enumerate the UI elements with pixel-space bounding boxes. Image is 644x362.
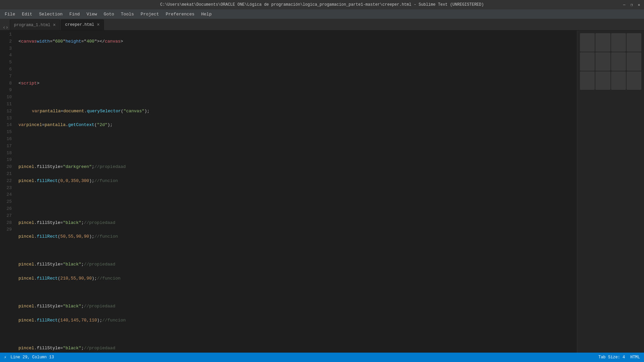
code-line-2 — [18, 52, 577, 59]
mini-block-12 — [627, 71, 641, 90]
menu-goto[interactable]: Goto — [100, 10, 117, 18]
code-line-1: <canvas width="600" height="400"></canva… — [18, 38, 577, 45]
status-left: ⚡ Line 29, Column 13 — [4, 355, 54, 360]
code-line-9 — [18, 150, 577, 157]
mini-block-6 — [595, 52, 610, 71]
code-line-17: pincel.fillStyle = "black"; //propiedaad — [18, 261, 577, 268]
maximize-button[interactable]: ❐ — [629, 2, 634, 7]
tab-creeper-label: creeper.html — [65, 22, 94, 27]
minimize-button[interactable]: — — [622, 2, 627, 7]
window-controls[interactable]: — ❐ ✕ — [622, 2, 641, 7]
close-button[interactable]: ✕ — [637, 2, 641, 7]
mini-block-1 — [580, 33, 595, 52]
code-line-23: pincel.fillStyle = "black"; //propiedaad — [18, 345, 577, 352]
mini-block-3 — [611, 33, 626, 52]
code-line-5 — [18, 94, 577, 101]
main-layout: 12345 678910 1112131415 1617181920 21222… — [0, 31, 644, 353]
tab-creeper[interactable]: creeper.html × — [61, 19, 104, 30]
title-text: C:\Users\mekat\Documents\ORACLE ONE\Lógi… — [3, 2, 641, 7]
status-right: Tab Size: 4 HTML — [598, 355, 640, 360]
menu-preferences[interactable]: Preferences — [162, 10, 198, 18]
menu-help[interactable]: Help — [198, 10, 215, 18]
editor[interactable]: 12345 678910 1112131415 1617181920 21222… — [0, 31, 577, 353]
menu-edit[interactable]: Edit — [18, 10, 36, 18]
menu-project[interactable]: Project — [137, 10, 162, 18]
mini-block-7 — [611, 52, 626, 71]
status-tab-size[interactable]: Tab Size: 4 — [598, 355, 625, 360]
menu-bar: File Edit Selection Find View Goto Tools… — [0, 9, 644, 19]
code-line-10: pincel.fillStyle = "darkgreen"; //propie… — [18, 164, 577, 171]
menu-find[interactable]: Find — [66, 10, 83, 18]
code-line-20: pincel.fillStyle = "black"; //propiedaad — [18, 303, 577, 310]
status-position: Line 29, Column 13 — [10, 355, 54, 360]
code-line-18: pincel.fillRect(210,55,90,90); //funcion — [18, 275, 577, 282]
code-line-21: pincel.fillRect(140,145,70,110); //funci… — [18, 317, 577, 324]
nav-arrows[interactable]: ‹ › — [1, 25, 10, 30]
menu-file[interactable]: File — [1, 10, 18, 18]
mini-block-8 — [627, 52, 641, 71]
mini-block-10 — [595, 71, 610, 90]
code-line-7: var pincel = pantalla.getContext("2d"); — [18, 122, 577, 129]
status-language[interactable]: HTML — [630, 355, 640, 360]
tab-programa-close[interactable]: × — [53, 23, 56, 27]
tab-programa-label: programa_1.html — [14, 23, 50, 27]
code-line-15: pincel.fillRect(50,55,90,90); //funcion — [18, 233, 577, 240]
mini-block-2 — [595, 33, 610, 52]
menu-selection[interactable]: Selection — [36, 10, 66, 18]
code-line-11: pincel.fillRect(0,0,350,300); //funcion — [18, 178, 577, 185]
mini-block-4 — [627, 33, 641, 52]
code-line-14: pincel.fillStyle = "black"; //propiedaad — [18, 220, 577, 227]
title-bar: C:\Users\mekat\Documents\ORACLE ONE\Lógi… — [0, 0, 644, 9]
tab-bar: ‹ › programa_1.html × creeper.html × — [0, 19, 644, 31]
line-numbers: 12345 678910 1112131415 1617181920 21222… — [0, 31, 15, 353]
code-line-8 — [18, 136, 577, 143]
code-content[interactable]: <canvas width="600" height="400"></canva… — [15, 31, 577, 353]
code-line-16 — [18, 247, 577, 254]
code-line-3 — [18, 66, 577, 73]
mini-block-11 — [611, 71, 626, 90]
code-line-12 — [18, 191, 577, 198]
code-line-6: var pantalla = document.querySelector("c… — [18, 108, 577, 115]
menu-view[interactable]: View — [83, 10, 100, 18]
code-line-4: <script> — [18, 80, 577, 87]
mini-block-9 — [580, 71, 595, 90]
tab-programa[interactable]: programa_1.html × — [10, 19, 60, 30]
code-area: 12345 678910 1112131415 1617181920 21222… — [0, 31, 577, 353]
menu-tools[interactable]: Tools — [117, 10, 137, 18]
code-line-13 — [18, 205, 577, 213]
code-line-19 — [18, 289, 577, 296]
mini-block-5 — [580, 52, 595, 71]
code-line-22 — [18, 331, 577, 338]
right-panel — [577, 31, 644, 353]
status-icon: ⚡ — [4, 355, 6, 360]
status-bar: ⚡ Line 29, Column 13 Tab Size: 4 HTML — [0, 353, 644, 362]
tab-creeper-close[interactable]: × — [97, 22, 100, 27]
